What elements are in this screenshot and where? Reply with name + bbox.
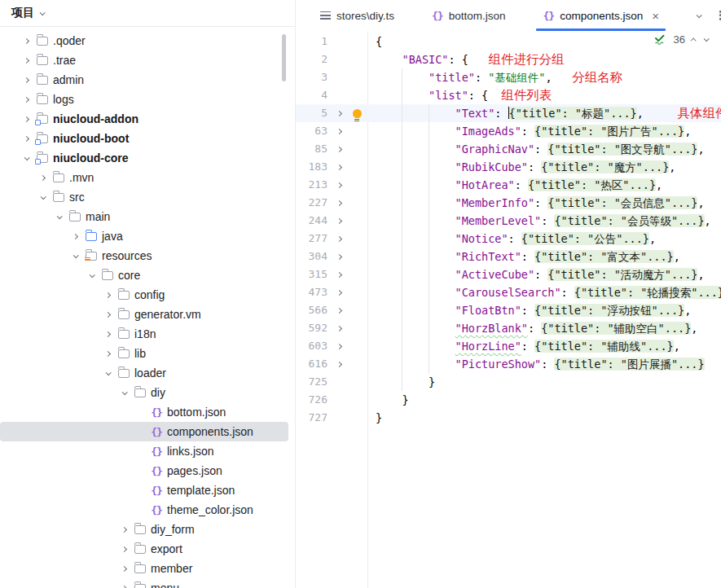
previous-problem-icon[interactable] — [691, 37, 697, 43]
tree-item--qoder[interactable]: .qoder — [0, 31, 288, 50]
code-line-566[interactable]: 566 "FloatBtn": {"title": "浮动按钮"...}, — [296, 301, 721, 319]
tree-item-niucloud-boot[interactable]: niucloud-boot — [0, 129, 288, 148]
tree-item-java[interactable]: java — [0, 226, 288, 246]
chevron-down-icon[interactable] — [121, 389, 127, 395]
code-line-592[interactable]: 592 "HorzBlank": {"title": "辅助空白"...}, — [296, 319, 721, 337]
code-line-5[interactable]: 5 "Text": {"title": "标题"...}, 具体组件 — [296, 104, 721, 122]
fold-expand-icon[interactable] — [336, 128, 341, 134]
fold-expand-icon[interactable] — [336, 235, 341, 241]
folded-region[interactable]: {"title": "图片展播"...} — [554, 358, 704, 371]
folded-region[interactable]: {"title": "辅助线"...} — [534, 340, 674, 353]
folded-region[interactable]: {"title": "魔方"...} — [541, 160, 669, 173]
tree-item-diy-form[interactable]: diy_form — [0, 520, 288, 539]
fold-expand-icon[interactable] — [336, 200, 341, 205]
tree-item-i18n[interactable]: i18n — [0, 324, 288, 344]
fold-expand-icon[interactable] — [336, 182, 341, 187]
fold-expand-icon[interactable] — [336, 343, 341, 349]
tree-item--mvn[interactable]: .mvn — [0, 168, 288, 187]
code-line-277[interactable]: 277 "Notice": {"title": "公告"...}, — [296, 230, 721, 248]
chevron-right-icon[interactable] — [104, 292, 110, 297]
chevron-right-icon[interactable] — [104, 331, 110, 336]
code-line-315[interactable]: 315 "ActiveCube": {"title": "活动魔方"...}, — [296, 265, 721, 283]
tree-item-niucloud-addon[interactable]: niucloud-addon — [0, 109, 288, 129]
fold-expand-icon[interactable] — [336, 164, 341, 169]
code-line-603[interactable]: 603 "HorzLine": {"title": "辅助线"...}, — [296, 337, 721, 355]
close-tab-icon[interactable]: × — [652, 10, 659, 22]
code-line-727[interactable]: 727} — [296, 409, 721, 427]
chevron-down-icon[interactable] — [56, 213, 62, 219]
tree-item-logs[interactable]: logs — [0, 90, 288, 109]
tree-item-generator-vm[interactable]: generator.vm — [0, 305, 288, 324]
folded-region[interactable]: {"title": "活动魔方"...} — [547, 268, 697, 281]
more-options-icon[interactable]: ⋮ — [714, 8, 721, 23]
code-line-85[interactable]: 85 "GraphicNav": {"title": "图文导航"...}, — [296, 140, 721, 158]
fold-expand-icon[interactable] — [336, 146, 341, 151]
code-line-473[interactable]: 473 "CarouselSearch": {"title": "轮播搜索"..… — [296, 283, 721, 301]
code-line-3[interactable]: 3 "title": "基础组件", 分组名称 — [296, 68, 721, 86]
chevron-right-icon[interactable] — [23, 135, 29, 141]
code-line-725[interactable]: 725 } — [296, 373, 721, 391]
chevron-down-icon[interactable] — [24, 155, 29, 160]
tree-item-admin[interactable]: admin — [0, 70, 288, 90]
tree-item-niucloud-core[interactable]: niucloud-core — [0, 148, 288, 168]
intention-lightbulb-icon[interactable] — [353, 109, 362, 118]
chevron-right-icon[interactable] — [23, 77, 29, 82]
tree-item-core[interactable]: core — [0, 265, 288, 285]
folded-region[interactable]: {"title": "轮播搜索"...} — [574, 286, 721, 299]
code-line-63[interactable]: 63 "ImageAds": {"title": "图片广告"...}, — [296, 122, 721, 140]
chevron-right-icon[interactable] — [72, 233, 77, 239]
fold-expand-icon[interactable] — [336, 110, 341, 116]
folded-region[interactable]: {"title": "图片广告"...} — [534, 125, 684, 138]
tab-stores-diy-ts[interactable]: stores\diy.ts — [312, 0, 402, 31]
code-line-4[interactable]: 4 "list": {组件列表 — [296, 86, 721, 104]
folded-region[interactable]: {"title": "标题"...} — [509, 107, 637, 120]
chevron-right-icon[interactable] — [23, 96, 29, 102]
folded-region[interactable]: {"title": "图文导航"...} — [547, 143, 697, 156]
code-line-213[interactable]: 213 "HotArea": {"title": "热区"...}, — [296, 176, 721, 194]
tree-item-export[interactable]: export — [0, 539, 288, 559]
chevron-right-icon[interactable] — [23, 116, 29, 121]
chevron-right-icon[interactable] — [104, 350, 110, 356]
fold-expand-icon[interactable] — [336, 289, 341, 295]
tree-item--trae[interactable]: .trae — [0, 50, 288, 70]
tree-item-bottom-json[interactable]: {}bottom.json — [0, 402, 288, 422]
tree-item-components-json[interactable]: {}components.json — [0, 422, 288, 441]
tab-bottom-json[interactable]: {}bottom.json — [424, 0, 513, 31]
tab-components-json[interactable]: {}components.json× — [534, 0, 666, 31]
folded-region[interactable]: {"title": "富文本"...} — [534, 250, 674, 263]
code-line-726[interactable]: 726 } — [296, 391, 721, 409]
tree-item-config[interactable]: config — [0, 285, 288, 305]
chevron-down-icon[interactable] — [105, 370, 111, 375]
folded-region[interactable]: {"title": "辅助空白"...} — [541, 322, 691, 335]
code-line-304[interactable]: 304 "RichText": {"title": "富文本"...}, — [296, 248, 721, 265]
chevron-right-icon[interactable] — [39, 174, 45, 180]
tree-item-pages-json[interactable]: {}pages.json — [0, 461, 288, 480]
chevron-right-icon[interactable] — [121, 526, 126, 532]
chevron-down-icon[interactable] — [73, 252, 78, 258]
chevron-down-icon[interactable] — [40, 194, 46, 200]
tree-item-src[interactable]: src — [0, 187, 288, 207]
folded-region[interactable]: {"title": "会员等级"...} — [554, 214, 704, 227]
chevron-down-icon[interactable] — [89, 272, 95, 278]
tree-item-links-json[interactable]: {}links.json — [0, 441, 288, 461]
chevron-right-icon[interactable] — [121, 565, 126, 571]
project-panel-header[interactable]: 项目 — [0, 0, 295, 27]
chevron-right-icon[interactable] — [23, 57, 29, 63]
tree-item-member[interactable]: member — [0, 559, 288, 578]
chevron-right-icon[interactable] — [121, 585, 126, 588]
tree-item-lib[interactable]: lib — [0, 344, 288, 363]
chevron-right-icon[interactable] — [121, 546, 126, 551]
tree-item-menu[interactable]: menu — [0, 578, 288, 588]
code-line-244[interactable]: 244 "MemberLevel": {"title": "会员等级"...}, — [296, 212, 721, 230]
tree-item-diy[interactable]: diy — [0, 383, 288, 402]
code-editor[interactable]: 1{2 "BASIC": { 组件进行分组3 "title": "基础组件", … — [296, 31, 721, 588]
folded-region[interactable]: {"title": "公告"...} — [521, 232, 649, 245]
code-line-183[interactable]: 183 "RubikCube": {"title": "魔方"...}, — [296, 158, 721, 176]
chevron-right-icon[interactable] — [104, 311, 110, 317]
tree-item-loader[interactable]: loader — [0, 363, 288, 383]
fold-expand-icon[interactable] — [336, 307, 341, 313]
fold-expand-icon[interactable] — [336, 253, 341, 259]
fold-expand-icon[interactable] — [336, 217, 341, 223]
fold-expand-icon[interactable] — [336, 271, 341, 277]
chevron-right-icon[interactable] — [23, 37, 29, 43]
